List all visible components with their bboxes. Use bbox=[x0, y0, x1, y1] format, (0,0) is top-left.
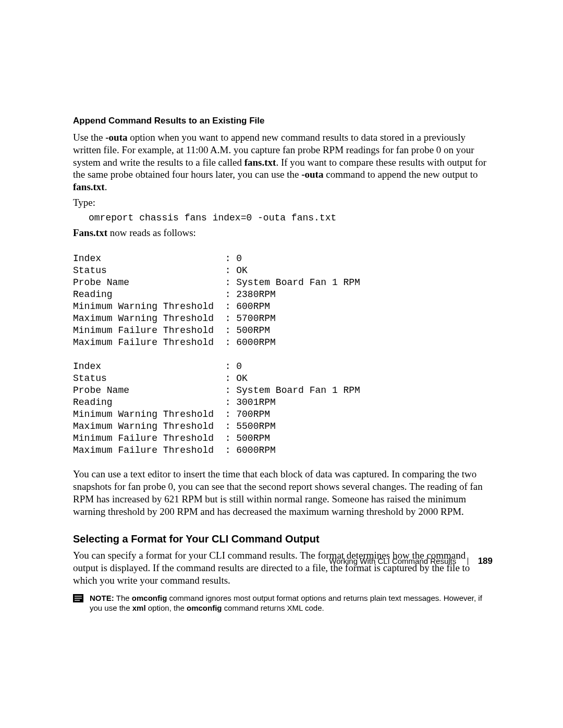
cmd-omconfig: omconfig bbox=[187, 603, 222, 612]
page-number: 189 bbox=[478, 556, 493, 566]
filename-fans-txt: fans.txt bbox=[244, 157, 276, 168]
heading-format: Selecting a Format for Your CLI Command … bbox=[73, 533, 493, 545]
page-footer: Working With CLI Command Results 189 bbox=[329, 556, 493, 566]
text: now reads as follows: bbox=[107, 227, 196, 238]
note-label: NOTE: bbox=[90, 594, 116, 602]
footer-section: Working With CLI Command Results bbox=[329, 557, 456, 565]
command-line: omreport chassis fans index=0 -outa fans… bbox=[89, 212, 493, 224]
cmd-omconfig: omconfig bbox=[132, 594, 167, 602]
heading-append: Append Command Results to an Existing Fi… bbox=[73, 116, 493, 126]
option-outa: -outa bbox=[301, 169, 323, 180]
option-outa: -outa bbox=[105, 132, 127, 143]
filename-fans-txt: Fans.txt bbox=[73, 227, 107, 238]
paragraph-1: Use the -outa option when you want to ap… bbox=[73, 131, 493, 193]
paragraph-4: You can specify a format for your CLI co… bbox=[73, 549, 493, 586]
text: . bbox=[105, 181, 107, 192]
paragraph-3: You can use a text editor to insert the … bbox=[73, 468, 493, 517]
paragraph-2: Fans.txt now reads as follows: bbox=[73, 227, 493, 239]
page: Append Command Results to an Existing Fi… bbox=[0, 0, 563, 728]
footer-separator bbox=[468, 558, 468, 565]
output-block: Index : 0 Status : OK Probe Name : Syste… bbox=[73, 253, 493, 457]
text: command to append the new output to bbox=[323, 169, 478, 180]
text: command returns XML code. bbox=[222, 603, 324, 612]
text: Use the bbox=[73, 132, 105, 143]
opt-xml: xml bbox=[132, 603, 146, 612]
filename-fans-txt: fans.txt bbox=[73, 181, 105, 192]
type-label: Type: bbox=[73, 196, 493, 209]
note-text: NOTE: The omconfig command ignores most … bbox=[90, 593, 493, 613]
note: NOTE: The omconfig command ignores most … bbox=[73, 593, 493, 613]
note-icon bbox=[73, 594, 83, 602]
text: option, the bbox=[146, 603, 187, 612]
text: The bbox=[116, 594, 132, 602]
